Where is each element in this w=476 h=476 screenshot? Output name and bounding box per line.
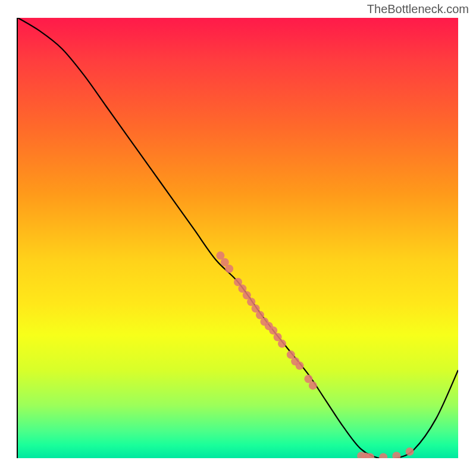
scatter-point [296, 362, 304, 370]
scatter-point [366, 453, 374, 458]
scatter-point [265, 322, 273, 330]
scatter-point [260, 318, 268, 326]
scatter-points [216, 252, 414, 458]
scatter-point [357, 452, 365, 458]
plot-area [18, 18, 458, 458]
scatter-point [278, 340, 286, 348]
scatter-point [392, 452, 400, 458]
scatter-point [304, 375, 312, 383]
scatter-point [243, 291, 251, 299]
chart-container: TheBottleneck.com [0, 0, 476, 476]
scatter-point [406, 447, 414, 456]
scatter-point [221, 258, 229, 267]
scatter-point [247, 298, 255, 306]
bottleneck-curve [18, 18, 458, 458]
scatter-point [379, 453, 387, 458]
scatter-point [238, 284, 246, 293]
scatter-point [234, 278, 242, 286]
scatter-point [216, 252, 224, 260]
chart-svg [18, 18, 458, 458]
scatter-point [362, 453, 370, 458]
scatter-point [291, 357, 299, 365]
scatter-point [225, 265, 233, 273]
scatter-point [252, 304, 260, 312]
scatter-point [309, 381, 317, 390]
scatter-point [274, 333, 282, 342]
watermark-text: TheBottleneck.com [367, 2, 469, 16]
scatter-point [287, 350, 295, 359]
scatter-point [256, 311, 264, 320]
scatter-point [269, 326, 277, 334]
